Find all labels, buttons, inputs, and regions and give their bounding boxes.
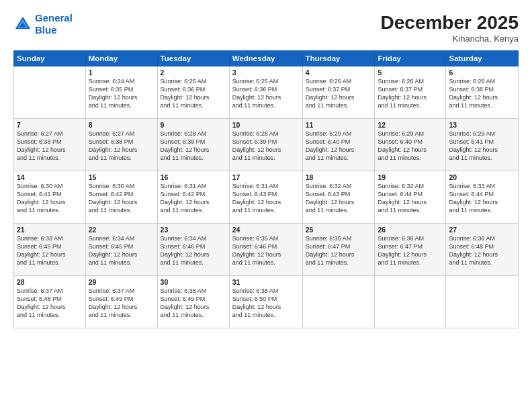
calendar-week-row: 7Sunrise: 6:27 AM Sunset: 6:38 PM Daylig… [14, 119, 519, 171]
calendar-week-row: 21Sunrise: 6:33 AM Sunset: 6:45 PM Dayli… [14, 224, 519, 276]
calendar-cell: 29Sunrise: 6:37 AM Sunset: 6:49 PM Dayli… [85, 276, 157, 328]
calendar: SundayMondayTuesdayWednesdayThursdayFrid… [13, 50, 519, 328]
day-info: Sunrise: 6:36 AM Sunset: 6:48 PM Dayligh… [449, 234, 515, 267]
day-number: 3 [232, 68, 300, 77]
calendar-cell: 2Sunrise: 6:25 AM Sunset: 6:36 PM Daylig… [157, 66, 229, 119]
calendar-cell: 21Sunrise: 6:33 AM Sunset: 6:45 PM Dayli… [14, 224, 86, 276]
day-number: 4 [306, 68, 372, 77]
calendar-cell: 11Sunrise: 6:29 AM Sunset: 6:40 PM Dayli… [302, 119, 375, 171]
calendar-week-row: 1Sunrise: 6:24 AM Sunset: 6:35 PM Daylig… [14, 66, 519, 119]
header: General Blue December 2025 Kihancha, Ken… [13, 12, 519, 44]
day-of-week-header: Saturday [446, 51, 519, 66]
calendar-cell: 13Sunrise: 6:29 AM Sunset: 6:41 PM Dayli… [446, 119, 519, 171]
day-number: 1 [89, 68, 154, 77]
calendar-cell: 14Sunrise: 6:30 AM Sunset: 6:41 PM Dayli… [14, 171, 86, 224]
location: Kihancha, Kenya [381, 34, 519, 44]
calendar-cell: 30Sunrise: 6:38 AM Sunset: 6:49 PM Dayli… [157, 276, 229, 328]
day-number: 19 [378, 173, 443, 181]
calendar-cell: 12Sunrise: 6:29 AM Sunset: 6:40 PM Dayli… [375, 119, 446, 171]
calendar-cell: 20Sunrise: 6:33 AM Sunset: 6:44 PM Dayli… [446, 171, 519, 224]
day-info: Sunrise: 6:30 AM Sunset: 6:42 PM Dayligh… [89, 182, 154, 215]
calendar-cell [14, 66, 86, 119]
calendar-cell: 28Sunrise: 6:37 AM Sunset: 6:48 PM Dayli… [14, 276, 86, 328]
title-block: December 2025 Kihancha, Kenya [381, 12, 519, 44]
day-info: Sunrise: 6:28 AM Sunset: 6:39 PM Dayligh… [161, 130, 226, 163]
logo-icon [13, 15, 32, 34]
day-of-week-header: Sunday [14, 51, 86, 66]
day-number: 20 [449, 173, 515, 181]
day-info: Sunrise: 6:37 AM Sunset: 6:49 PM Dayligh… [89, 287, 154, 320]
logo: General Blue [13, 12, 73, 36]
day-number: 8 [89, 121, 154, 129]
day-info: Sunrise: 6:33 AM Sunset: 6:44 PM Dayligh… [449, 182, 515, 215]
calendar-cell: 8Sunrise: 6:27 AM Sunset: 6:38 PM Daylig… [85, 119, 157, 171]
day-info: Sunrise: 6:35 AM Sunset: 6:46 PM Dayligh… [232, 234, 300, 267]
day-info: Sunrise: 6:26 AM Sunset: 6:37 PM Dayligh… [378, 77, 443, 110]
calendar-week-row: 28Sunrise: 6:37 AM Sunset: 6:48 PM Dayli… [14, 276, 519, 328]
calendar-cell: 1Sunrise: 6:24 AM Sunset: 6:35 PM Daylig… [85, 66, 157, 119]
logo-text: General Blue [35, 12, 73, 36]
day-number: 30 [161, 278, 226, 286]
calendar-cell: 10Sunrise: 6:28 AM Sunset: 6:39 PM Dayli… [229, 119, 302, 171]
calendar-cell: 26Sunrise: 6:36 AM Sunset: 6:47 PM Dayli… [375, 224, 446, 276]
calendar-cell: 9Sunrise: 6:28 AM Sunset: 6:39 PM Daylig… [157, 119, 229, 171]
calendar-cell: 15Sunrise: 6:30 AM Sunset: 6:42 PM Dayli… [85, 171, 157, 224]
calendar-cell [375, 276, 446, 328]
day-number: 7 [17, 121, 83, 129]
month-title: December 2025 [381, 12, 519, 34]
day-info: Sunrise: 6:36 AM Sunset: 6:47 PM Dayligh… [378, 234, 443, 267]
day-number: 27 [449, 226, 515, 234]
day-number: 13 [449, 121, 515, 129]
calendar-cell: 18Sunrise: 6:32 AM Sunset: 6:43 PM Dayli… [302, 171, 375, 224]
day-number: 16 [161, 173, 226, 181]
day-number: 2 [161, 68, 226, 77]
day-of-week-header: Monday [85, 51, 157, 66]
day-info: Sunrise: 6:27 AM Sunset: 6:38 PM Dayligh… [89, 130, 154, 163]
day-number: 6 [449, 68, 515, 77]
day-info: Sunrise: 6:29 AM Sunset: 6:40 PM Dayligh… [378, 130, 443, 163]
calendar-cell [446, 276, 519, 328]
day-info: Sunrise: 6:25 AM Sunset: 6:36 PM Dayligh… [161, 77, 226, 110]
day-info: Sunrise: 6:24 AM Sunset: 6:35 PM Dayligh… [89, 77, 154, 110]
day-info: Sunrise: 6:35 AM Sunset: 6:47 PM Dayligh… [306, 234, 372, 267]
calendar-cell: 3Sunrise: 6:25 AM Sunset: 6:36 PM Daylig… [229, 66, 302, 119]
day-number: 18 [306, 173, 372, 181]
day-info: Sunrise: 6:29 AM Sunset: 6:40 PM Dayligh… [306, 130, 372, 163]
day-number: 29 [89, 278, 154, 286]
page: General Blue December 2025 Kihancha, Ken… [0, 0, 532, 411]
calendar-cell: 27Sunrise: 6:36 AM Sunset: 6:48 PM Dayli… [446, 224, 519, 276]
day-of-week-header: Wednesday [229, 51, 302, 66]
day-number: 11 [306, 121, 372, 129]
day-info: Sunrise: 6:32 AM Sunset: 6:44 PM Dayligh… [378, 182, 443, 215]
day-info: Sunrise: 6:38 AM Sunset: 6:50 PM Dayligh… [232, 287, 300, 320]
calendar-cell: 5Sunrise: 6:26 AM Sunset: 6:37 PM Daylig… [375, 66, 446, 119]
calendar-cell: 31Sunrise: 6:38 AM Sunset: 6:50 PM Dayli… [229, 276, 302, 328]
day-info: Sunrise: 6:33 AM Sunset: 6:45 PM Dayligh… [17, 234, 83, 267]
day-info: Sunrise: 6:25 AM Sunset: 6:36 PM Dayligh… [232, 77, 300, 110]
day-number: 26 [378, 226, 443, 234]
day-info: Sunrise: 6:28 AM Sunset: 6:39 PM Dayligh… [232, 130, 300, 163]
day-info: Sunrise: 6:26 AM Sunset: 6:38 PM Dayligh… [449, 77, 515, 110]
day-number: 10 [232, 121, 300, 129]
calendar-cell: 16Sunrise: 6:31 AM Sunset: 6:42 PM Dayli… [157, 171, 229, 224]
day-info: Sunrise: 6:30 AM Sunset: 6:41 PM Dayligh… [17, 182, 83, 215]
day-of-week-header: Tuesday [157, 51, 229, 66]
day-number: 22 [89, 226, 154, 234]
day-info: Sunrise: 6:29 AM Sunset: 6:41 PM Dayligh… [449, 130, 515, 163]
day-of-week-header: Thursday [302, 51, 375, 66]
calendar-cell: 7Sunrise: 6:27 AM Sunset: 6:38 PM Daylig… [14, 119, 86, 171]
day-number: 24 [232, 226, 300, 234]
day-number: 12 [378, 121, 443, 129]
day-number: 5 [378, 68, 443, 77]
calendar-cell: 4Sunrise: 6:26 AM Sunset: 6:37 PM Daylig… [302, 66, 375, 119]
calendar-week-row: 14Sunrise: 6:30 AM Sunset: 6:41 PM Dayli… [14, 171, 519, 224]
calendar-cell: 19Sunrise: 6:32 AM Sunset: 6:44 PM Dayli… [375, 171, 446, 224]
calendar-cell: 6Sunrise: 6:26 AM Sunset: 6:38 PM Daylig… [446, 66, 519, 119]
day-info: Sunrise: 6:32 AM Sunset: 6:43 PM Dayligh… [306, 182, 372, 215]
day-number: 15 [89, 173, 154, 181]
calendar-cell: 25Sunrise: 6:35 AM Sunset: 6:47 PM Dayli… [302, 224, 375, 276]
calendar-cell: 23Sunrise: 6:34 AM Sunset: 6:46 PM Dayli… [157, 224, 229, 276]
day-number: 31 [232, 278, 300, 286]
day-of-week-header: Friday [375, 51, 446, 66]
day-info: Sunrise: 6:34 AM Sunset: 6:46 PM Dayligh… [161, 234, 226, 267]
